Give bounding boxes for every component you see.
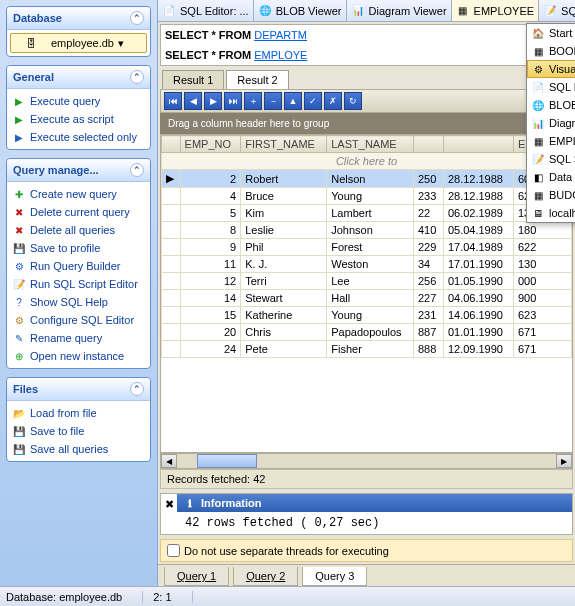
item-label: Delete all queries — [30, 224, 115, 236]
query-tab[interactable]: Query 1 — [164, 567, 229, 586]
sidebar-item[interactable]: ⊕Open new instance — [10, 347, 147, 365]
refresh-button[interactable]: ↻ — [344, 92, 362, 110]
popup-item[interactable]: 📄SQL Editor: Query 3 — [527, 78, 575, 96]
item-icon: ✖ — [12, 205, 26, 219]
status-position: 2: 1 — [153, 591, 192, 603]
collapse-icon[interactable]: ⌃ — [130, 70, 144, 84]
popup-item-icon: 🌐 — [531, 98, 545, 112]
collapse-icon[interactable]: ⌃ — [130, 11, 144, 25]
popup-item[interactable]: ▦EMPLOYEE — [527, 132, 575, 150]
popup-item-label: BUDGET_2004 — [549, 189, 575, 201]
table-row[interactable]: 11K. J.Weston3417.01.1990130 — [162, 256, 572, 273]
horizontal-scrollbar[interactable]: ◀ ▶ — [160, 453, 573, 469]
popup-item[interactable]: 🖥localhost — [527, 204, 575, 222]
sidebar-item[interactable]: ⚙Configure SQL Editor — [10, 311, 147, 329]
column-header[interactable]: EMP_NO — [180, 136, 241, 153]
popup-item[interactable]: 🏠Start page — [527, 24, 575, 42]
cancel-button[interactable]: ✗ — [324, 92, 342, 110]
sidebar-item[interactable]: 💾Save to file — [10, 422, 147, 440]
threads-checkbox[interactable] — [167, 544, 180, 557]
table-row[interactable]: ▶2RobertNelson25028.12.1988600 — [162, 170, 572, 188]
item-icon: 💾 — [12, 424, 26, 438]
item-icon: ⚙ — [12, 313, 26, 327]
sidebar-item[interactable]: ▶Execute as script — [10, 110, 147, 128]
sql-editor[interactable]: SELECT * FROM DEPARTMSELECT * FROM EMPLO… — [160, 24, 573, 66]
item-label: Save all queries — [30, 443, 108, 455]
next-button[interactable]: ▶ — [204, 92, 222, 110]
popup-item-label: Start page — [549, 27, 575, 39]
item-icon: ⚙ — [12, 259, 26, 273]
tab-icon: 📊 — [351, 4, 365, 18]
table-row[interactable]: 9PhilForest22917.04.1989622 — [162, 239, 572, 256]
popup-item[interactable]: ◧Data Analysis — [527, 168, 575, 186]
collapse-icon[interactable]: ⌃ — [130, 163, 144, 177]
item-label: Create new query — [30, 188, 117, 200]
popup-item[interactable]: 🌐BLOB Viewer — [527, 96, 575, 114]
query-tab[interactable]: Query 2 — [233, 567, 298, 586]
popup-item[interactable]: ⚙Visual Query Builder — [527, 60, 575, 78]
editor-tab[interactable]: 📄SQL Editor: ... — [158, 0, 254, 21]
info-text: 42 rows fetched ( 0,27 sec) — [177, 512, 572, 534]
popup-item[interactable]: ▦BUDGET_2004 — [527, 186, 575, 204]
scroll-thumb[interactable] — [197, 454, 257, 468]
editor-tab[interactable]: 📊Diagram Viewer — [347, 0, 452, 21]
sidebar-item[interactable]: 📝Run SQL Script Editor — [10, 275, 147, 293]
threads-option[interactable]: Do not use separate threads for executin… — [160, 539, 573, 562]
collapse-icon[interactable]: ⌃ — [130, 382, 144, 396]
popup-item[interactable]: 📊Diagram Viewer — [527, 114, 575, 132]
first-button[interactable]: ⏮ — [164, 92, 182, 110]
result-tab[interactable]: Result 1 — [162, 70, 224, 89]
editor-tab[interactable]: 📝SQL Scrip — [539, 0, 575, 21]
scroll-left-button[interactable]: ◀ — [161, 454, 177, 468]
table-row[interactable]: 5KimLambert2206.02.1989130 — [162, 205, 572, 222]
table-row[interactable]: 8LeslieJohnson41005.04.1989180 — [162, 222, 572, 239]
sidebar-item[interactable]: ?Show SQL Help — [10, 293, 147, 311]
database-selector[interactable]: 🗄 employee.db ▾ — [10, 33, 147, 53]
popup-item[interactable]: 📝SQL Script Editor — [527, 150, 575, 168]
table-row[interactable]: 4BruceYoung23328.12.1988621 — [162, 188, 572, 205]
results-grid[interactable]: EMP_NOFIRST_NAMELAST_NAMEEPT_NOClick her… — [160, 134, 573, 453]
column-header[interactable] — [443, 136, 513, 153]
table-row[interactable]: 20ChrisPapadopoulos88701.01.1990671 — [162, 324, 572, 341]
result-tab[interactable]: Result 2 — [226, 70, 288, 89]
sidebar-item[interactable]: ✎Rename query — [10, 329, 147, 347]
sidebar-item[interactable]: ✖Delete current query — [10, 203, 147, 221]
remove-button[interactable]: － — [264, 92, 282, 110]
table-row[interactable]: 14StewartHall22704.06.1990900 — [162, 290, 572, 307]
tab-icon: 🌐 — [258, 4, 272, 18]
column-header[interactable] — [162, 136, 181, 153]
status-database: Database: employee.db — [6, 591, 143, 603]
edit-button[interactable]: ▲ — [284, 92, 302, 110]
table-row[interactable]: 24PeteFisher88812.09.1990671 — [162, 341, 572, 358]
add-button[interactable]: ＋ — [244, 92, 262, 110]
table-row[interactable]: 15KatherineYoung23114.06.1990623 — [162, 307, 572, 324]
sidebar-item[interactable]: ▶Execute selected only — [10, 128, 147, 146]
prev-button[interactable]: ◀ — [184, 92, 202, 110]
commit-button[interactable]: ✓ — [304, 92, 322, 110]
item-icon: ▶ — [12, 94, 26, 108]
query-tabs: Query 1Query 2Query 3 — [158, 564, 575, 586]
editor-tab[interactable]: ▦EMPLOYEE — [452, 0, 540, 21]
column-header[interactable]: FIRST_NAME — [241, 136, 327, 153]
item-label: Save to file — [30, 425, 84, 437]
column-header[interactable] — [414, 136, 444, 153]
popup-item-label: Diagram Viewer — [549, 117, 575, 129]
sidebar-item[interactable]: ⚙Run Query Builder — [10, 257, 147, 275]
sidebar-item[interactable]: ✚Create new query — [10, 185, 147, 203]
popup-item[interactable]: ▦BOOKS — [527, 42, 575, 60]
sidebar-item[interactable]: ✖Delete all queries — [10, 221, 147, 239]
sidebar-item[interactable]: 💾Save all queries — [10, 440, 147, 458]
group-header[interactable]: Drag a column header here to group — [160, 113, 573, 134]
records-status: Records fetched: 42 — [160, 469, 573, 489]
scroll-right-button[interactable]: ▶ — [556, 454, 572, 468]
column-header[interactable]: LAST_NAME — [327, 136, 414, 153]
sidebar-item[interactable]: 💾Save to profile — [10, 239, 147, 257]
sidebar-item[interactable]: ▶Execute query — [10, 92, 147, 110]
sidebar-item[interactable]: 📂Load from file — [10, 404, 147, 422]
close-info-button[interactable]: ✖ — [161, 494, 177, 534]
item-icon: 💾 — [12, 442, 26, 456]
last-button[interactable]: ⏭ — [224, 92, 242, 110]
editor-tab[interactable]: 🌐BLOB Viewer — [254, 0, 347, 21]
table-row[interactable]: 12TerriLee25601.05.1990000 — [162, 273, 572, 290]
query-tab[interactable]: Query 3 — [302, 567, 367, 586]
